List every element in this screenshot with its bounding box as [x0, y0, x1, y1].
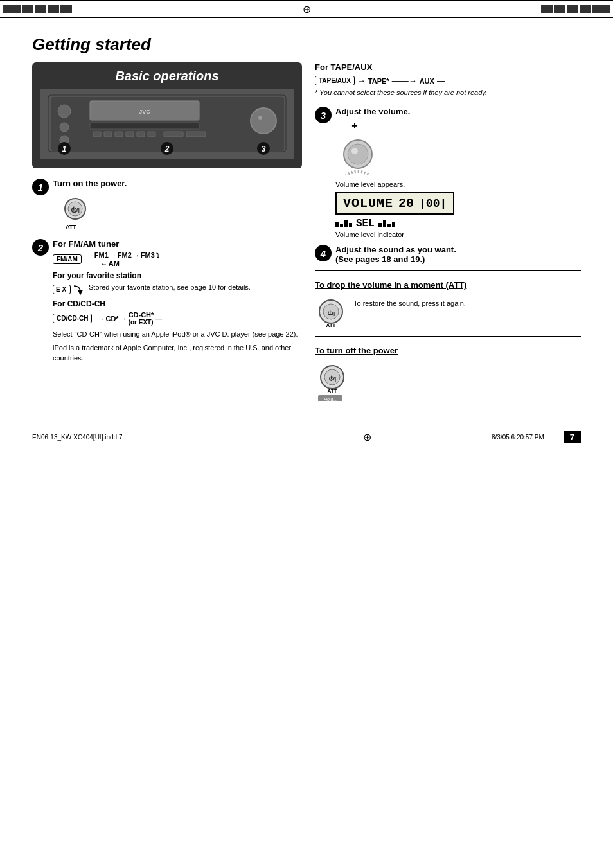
left-column: Basic operations JVC	[32, 62, 302, 372]
step-1: 1 Turn on the power. ⏻/| ATT	[32, 179, 302, 233]
bottom-timestamp: 8/3/05 6:20:57 PM	[479, 434, 544, 441]
volume-level-text: Volume level appears.	[335, 181, 405, 188]
svg-point-8	[251, 108, 276, 134]
device-illustration: JVC	[40, 89, 294, 159]
fm-arrow-2: →	[110, 252, 116, 259]
power-button-diagram: ⏻/| ATT	[59, 191, 302, 230]
deco-rect-6	[541, 5, 553, 13]
aux-label: AUX	[420, 77, 434, 85]
svg-text:ATT: ATT	[326, 323, 336, 328]
svg-point-29	[351, 148, 358, 154]
device-svg: JVC	[45, 92, 289, 156]
basic-operations-title: Basic operations	[40, 69, 294, 84]
step-4-number: 4	[315, 245, 332, 261]
cd-btn: CD/CD-CH	[53, 314, 92, 323]
step-1-content: Turn on the power. ⏻/| ATT	[53, 179, 302, 233]
divider-2	[315, 336, 581, 337]
power-off-section: To turn off the power ⏻/| ATT Hold...	[315, 346, 581, 401]
top-decorative-bar	[0, 0, 613, 18]
deco-rect-10	[592, 5, 610, 13]
am-return-arrow: ←	[101, 260, 107, 267]
svg-rect-11	[104, 132, 112, 137]
svg-rect-17	[186, 132, 206, 137]
step-1-number: 1	[32, 179, 49, 195]
cd-end-dash: —	[155, 315, 162, 323]
att-btn-svg: ⏻/| ATT	[315, 294, 347, 329]
volume-knob-svg	[335, 133, 380, 175]
eq-bar-8	[392, 222, 395, 227]
tape-aux-btn: TAPE/AUX	[315, 76, 355, 85]
svg-rect-12	[115, 132, 123, 137]
svg-text:⏻/|: ⏻/|	[328, 375, 336, 382]
vol-volume-text: VOLUME	[343, 196, 393, 211]
am-label: AM	[109, 260, 120, 267]
fmam-title: For FM/AM tuner	[53, 239, 302, 249]
eq-bar-7	[387, 224, 391, 227]
step-3-number: 3	[315, 107, 332, 123]
ex-btn: E X	[53, 285, 71, 294]
svg-rect-14	[137, 132, 145, 137]
step-2-content: For FM/AM tuner FM/AM → FM1 → FM2 → FM3	[53, 239, 302, 366]
step-3: 3 Adjust the volume. +	[315, 107, 581, 238]
fmam-btn: FM/AM	[53, 254, 82, 264]
svg-point-28	[348, 144, 368, 164]
tape-label: TAPE*	[368, 77, 389, 85]
volume-knob-container: +	[335, 120, 374, 177]
tape-aux-section: For TAPE/AUX TAPE/AUX → TAPE* ——→ AUX — …	[315, 62, 581, 98]
ex-arrow-svg	[71, 283, 84, 296]
bottom-crosshair: ⊕	[256, 431, 479, 443]
tape-end-dash: —	[437, 76, 445, 85]
divider-1	[315, 270, 581, 271]
cd-flow-row: → CD* → CD-CH* (or EXT) —	[97, 311, 162, 326]
power-btn-svg: ⏻/|	[59, 191, 91, 223]
svg-rect-16	[164, 132, 183, 137]
svg-rect-15	[148, 132, 155, 137]
bottom-bar: EN06-13_KW-XC404[UI].indd 7 ⊕ 8/3/05 6:2…	[0, 427, 613, 447]
att-text: To restore the sound, press it again.	[353, 296, 466, 308]
deco-rect-1	[3, 5, 21, 13]
fm2-label: FM2	[118, 251, 132, 259]
att-section: To drop the volume in a moment (ATT) ⏻/|…	[315, 280, 581, 331]
att-content: ⏻/| ATT To restore the sound, press it a…	[315, 294, 581, 331]
svg-text:ATT: ATT	[328, 388, 337, 394]
cd-note-1: Select "CD-CH" when using an Apple iPod®…	[53, 330, 302, 339]
power-off-content: ⏻/| ATT Hold...	[315, 359, 581, 401]
basic-operations-box: Basic operations JVC	[32, 62, 302, 168]
svg-text:3: 3	[262, 145, 266, 154]
am-return-row: ← AM	[101, 260, 159, 267]
vol-bars: |00|	[419, 197, 447, 210]
cd-arrow: →	[97, 315, 104, 323]
step-3-title: Adjust the volume.	[335, 107, 581, 116]
favorite-title: For your favorite station	[53, 271, 302, 280]
tape-aux-title: For TAPE/AUX	[315, 62, 581, 72]
fm1-label: FM1	[94, 251, 109, 259]
deco-rect-2	[22, 5, 33, 13]
deco-left	[0, 5, 75, 13]
svg-point-4	[58, 105, 71, 118]
step-4-title: Adjust the sound as you want.	[335, 245, 581, 254]
svg-text:⏻/|: ⏻/|	[71, 206, 80, 213]
fm-flow-row: → FM1 → FM2 → FM3 ⤵	[87, 251, 159, 259]
plus-sign: +	[335, 120, 374, 132]
step-1-title: Turn on the power.	[53, 179, 302, 188]
svg-rect-7	[90, 123, 199, 129]
deco-rect-4	[48, 5, 59, 13]
vol-eq-bars-right	[378, 220, 395, 227]
vol-sel-row: SEL	[335, 218, 581, 229]
deco-right	[538, 5, 613, 13]
tape-footnote: * You cannot select these sources if the…	[315, 88, 581, 98]
power-off-btn-svg: ⏻/| ATT Hold...	[315, 359, 350, 401]
deco-rect-9	[580, 5, 591, 13]
svg-point-9	[258, 116, 262, 120]
att-title: To drop the volume in a moment (ATT)	[315, 280, 581, 290]
volume-level-appears: Volume level appears.	[335, 181, 581, 188]
tape-arrow: →	[357, 76, 366, 85]
step-3-content: Adjust the volume. +	[335, 107, 581, 238]
favorite-text: Stored your favorite station, see page 1…	[89, 283, 251, 292]
step-4-content: Adjust the sound as you want. (See pages…	[335, 245, 581, 264]
ext-label: (or EXT)	[129, 319, 154, 326]
volume-display: VOLUME 20 |00|	[335, 192, 454, 215]
step-4: 4 Adjust the sound as you want. (See pag…	[315, 245, 581, 264]
right-column: For TAPE/AUX TAPE/AUX → TAPE* ——→ AUX — …	[315, 62, 581, 401]
eq-bar-2	[340, 224, 343, 227]
